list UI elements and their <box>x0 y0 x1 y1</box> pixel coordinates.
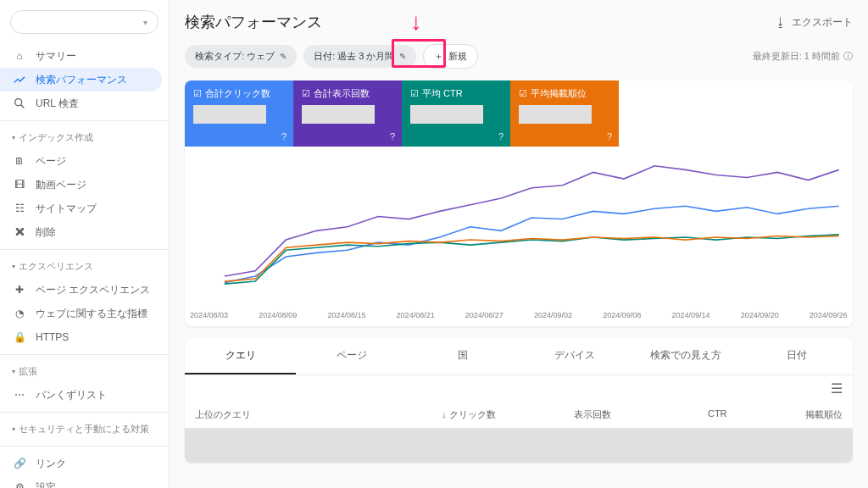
x-tick: 2024/08/09 <box>259 311 297 319</box>
sidebar-section-security[interactable]: セキュリティと手動による対策 <box>0 418 169 441</box>
x-tick: 2024/08/21 <box>397 311 435 319</box>
sidebar-item-label: 設定 <box>36 480 56 489</box>
sidebar-section-indexing[interactable]: インデックス作成 <box>0 126 169 149</box>
performance-chart <box>185 147 853 308</box>
filter-icon[interactable]: ☰ <box>831 380 843 396</box>
filter-chip-label: 日付: 過去 3 か月間 <box>314 50 394 63</box>
query-table-card: クエリ ページ 国 デバイス 検索での見え方 日付 ☰ 上位のクエリ ↓ クリッ… <box>185 338 853 463</box>
sidebar-item-links[interactable]: 🔗 リンク <box>0 452 169 475</box>
sidebar-item-performance[interactable]: 検索パフォーマンス <box>0 68 162 92</box>
property-selector[interactable] <box>10 10 159 34</box>
sidebar-item-sitemaps[interactable]: ☷ サイトマップ <box>0 197 169 220</box>
col-pos[interactable]: 掲載順位 <box>727 408 843 421</box>
sidebar-item-label: URL 検査 <box>36 97 79 111</box>
sidebar: ⌂ サマリー 検索パフォーマンス URL 検査 インデックス作成 🗎 ページ 🎞… <box>0 0 170 488</box>
removal-icon: 🗙 <box>12 225 27 240</box>
metric-value-mask <box>410 105 483 124</box>
speedometer-icon: ◔ <box>12 306 27 321</box>
help-icon[interactable]: ? <box>390 131 395 141</box>
col-impr[interactable]: 表示回数 <box>496 408 611 421</box>
metric-label: 平均 CTR <box>410 87 463 100</box>
metric-label: 合計クリック数 <box>193 87 270 100</box>
dimension-tabs: クエリ ページ 国 デバイス 検索での見え方 日付 <box>185 338 853 375</box>
sidebar-section-experience[interactable]: エクスペリエンス <box>0 255 169 278</box>
sidebar-item-core-vitals[interactable]: ◔ ウェブに関する主な指標 <box>0 302 169 325</box>
tab-date[interactable]: 日付 <box>742 338 853 374</box>
help-icon[interactable]: ? <box>607 131 612 141</box>
annotation-arrow: ↓ <box>410 8 422 36</box>
sidebar-item-https[interactable]: 🔒 HTTPS <box>0 325 169 349</box>
home-icon: ⌂ <box>12 48 27 64</box>
sidebar-item-breadcrumbs[interactable]: ⋯ パンくずリスト <box>0 383 169 407</box>
x-tick: 2024/09/08 <box>603 311 641 319</box>
col-ctr[interactable]: CTR <box>611 408 726 421</box>
sidebar-item-label: HTTPS <box>36 331 69 343</box>
last-updated: 最終更新日: 1 時間前 ⓘ <box>753 50 853 63</box>
filter-chip-search-type[interactable]: 検索タイプ: ウェブ ✎ <box>185 45 297 68</box>
gear-icon: ⚙ <box>12 480 27 488</box>
sidebar-item-label: ページ <box>36 154 66 169</box>
page-header: 検索パフォーマンス ⭳ エクスポート <box>185 12 853 32</box>
table-header-row: 上位のクエリ ↓ クリック数 表示回数 CTR 掲載順位 <box>185 402 853 429</box>
filter-chip-label: 新規 <box>448 50 467 63</box>
sidebar-item-page-exp[interactable]: ✚ ページ エクスペリエンス <box>0 278 169 302</box>
link-icon: 🔗 <box>12 456 27 471</box>
tab-appearance[interactable]: 検索での見え方 <box>630 338 741 374</box>
metric-ctr[interactable]: 平均 CTR ? <box>402 80 510 147</box>
metric-impressions[interactable]: 合計表示回数 ? <box>293 80 402 147</box>
x-tick: 2024/08/15 <box>327 311 365 319</box>
edit-icon: ✎ <box>399 52 406 61</box>
plus-icon: ＋ <box>434 50 443 63</box>
metric-clicks[interactable]: 合計クリック数 ? <box>185 80 293 147</box>
lock-icon: 🔒 <box>12 330 27 345</box>
metric-tabs: 合計クリック数 ? 合計表示回数 ? 平均 CTR ? 平均掲載順位 ? <box>185 80 853 147</box>
breadcrumb-icon: ⋯ <box>12 387 27 402</box>
help-icon[interactable]: ? <box>281 131 287 141</box>
filter-chip-add[interactable]: ＋ 新規 <box>423 44 478 69</box>
tab-page[interactable]: ページ <box>296 338 407 374</box>
x-tick: 2024/09/14 <box>671 311 709 319</box>
sidebar-item-video-pages[interactable]: 🎞 動画ページ <box>0 173 169 197</box>
sidebar-item-label: ウェブに関する主な指標 <box>36 307 147 321</box>
filter-bar: 検索タイプ: ウェブ ✎ 日付: 過去 3 か月間 ✎ ＋ 新規 最終更新日: … <box>185 44 853 69</box>
search-icon <box>12 96 27 111</box>
page-title: 検索パフォーマンス <box>185 12 322 32</box>
x-tick: 2024/08/03 <box>190 311 228 319</box>
x-tick: 2024/09/20 <box>741 311 779 319</box>
sitemap-icon: ☷ <box>12 201 27 216</box>
metric-label: 合計表示回数 <box>302 87 370 100</box>
metric-value-mask <box>302 105 375 124</box>
sidebar-item-label: リンク <box>36 457 66 471</box>
svg-line-1 <box>21 105 25 108</box>
x-tick: 2024/09/26 <box>810 311 848 319</box>
sidebar-item-label: サマリー <box>36 49 76 64</box>
filter-chip-label: 検索タイプ: ウェブ <box>195 50 275 63</box>
chart-x-axis: 2024/08/032024/08/092024/08/152024/08/21… <box>185 308 853 326</box>
sidebar-item-settings[interactable]: ⚙ 設定 <box>0 475 169 488</box>
table-toolbar: ☰ <box>185 375 853 402</box>
tab-query[interactable]: クエリ <box>185 338 296 374</box>
sidebar-item-url-inspect[interactable]: URL 検査 <box>0 92 169 115</box>
sidebar-item-label: パンくずリスト <box>36 388 107 402</box>
filter-chip-date[interactable]: 日付: 過去 3 か月間 ✎ <box>303 45 416 68</box>
last-updated-label: 最終更新日: 1 時間前 <box>753 50 840 63</box>
col-query[interactable]: 上位のクエリ <box>195 408 380 421</box>
sidebar-item-removals[interactable]: 🗙 削除 <box>0 220 169 244</box>
table-body-mask <box>185 429 853 463</box>
sidebar-item-pages[interactable]: 🗎 ページ <box>0 149 169 173</box>
help-icon[interactable]: ⓘ <box>843 50 853 63</box>
tab-device[interactable]: デバイス <box>519 338 630 374</box>
edit-icon: ✎ <box>280 52 287 61</box>
metric-label: 平均掲載順位 <box>519 87 587 100</box>
export-label: エクスポート <box>792 15 853 30</box>
plus-circle-icon: ✚ <box>12 282 27 297</box>
tab-country[interactable]: 国 <box>408 338 519 374</box>
help-icon[interactable]: ? <box>498 131 504 141</box>
sidebar-item-label: 検索パフォーマンス <box>36 73 127 87</box>
export-button[interactable]: ⭳ エクスポート <box>775 15 853 30</box>
download-icon: ⭳ <box>775 15 787 29</box>
sidebar-item-summary[interactable]: ⌂ サマリー <box>0 44 169 68</box>
metric-position[interactable]: 平均掲載順位 ? <box>510 80 619 147</box>
sidebar-section-enhancements[interactable]: 拡張 <box>0 360 169 383</box>
col-clicks[interactable]: ↓ クリック数 <box>380 408 495 421</box>
